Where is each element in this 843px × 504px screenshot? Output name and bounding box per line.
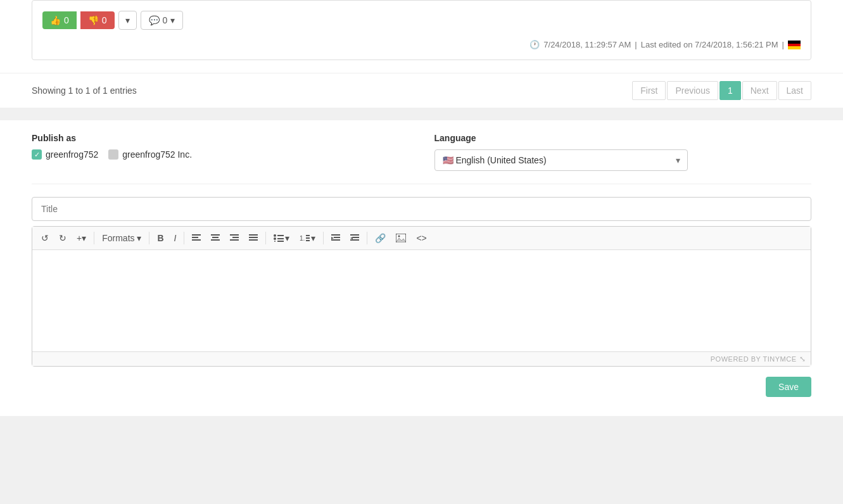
svg-rect-5 xyxy=(192,239,201,241)
svg-rect-12 xyxy=(249,234,258,236)
svg-rect-29 xyxy=(350,234,359,236)
powered-by-text: POWERED BY TINYMCE xyxy=(711,355,797,363)
publish-as-user-option[interactable]: ✓ greenfrog752 xyxy=(32,149,98,160)
code-button[interactable]: <> xyxy=(412,230,430,246)
downvote-count: 0 xyxy=(102,15,107,25)
svg-rect-11 xyxy=(230,239,239,241)
svg-rect-0 xyxy=(788,41,801,44)
svg-rect-20 xyxy=(277,241,284,242)
svg-rect-31 xyxy=(350,239,359,241)
svg-rect-3 xyxy=(192,234,201,236)
previous-page-button[interactable]: Previous xyxy=(667,81,718,100)
company-name: greenfrog752 Inc. xyxy=(122,149,192,160)
svg-rect-24 xyxy=(306,240,310,241)
editor-footer: POWERED BY TINYMCE ⤡ xyxy=(32,351,811,366)
svg-rect-18 xyxy=(277,238,284,239)
svg-rect-23 xyxy=(306,237,310,239)
pagination-bar: Showing 1 to 1 of 1 entries First Previo… xyxy=(0,73,843,108)
svg-marker-35 xyxy=(396,238,406,243)
svg-rect-9 xyxy=(230,234,239,236)
resize-handle[interactable]: ⤡ xyxy=(799,355,806,363)
undo-button[interactable]: ↺ xyxy=(37,230,53,246)
svg-point-19 xyxy=(274,241,276,242)
justify-button[interactable] xyxy=(245,232,262,244)
comment-dropdown-icon: ▾ xyxy=(170,15,175,25)
publish-as-company-option[interactable]: greenfrog752 Inc. xyxy=(108,149,192,160)
editor-wrapper: ↺ ↻ +▾ Formats ▾ B I ▾ xyxy=(32,226,811,367)
clock-icon: 🕐 xyxy=(529,40,540,49)
meta-separator2: | xyxy=(782,40,784,49)
upvote-count: 0 xyxy=(64,15,69,25)
pagination-controls: First Previous 1 Next Last xyxy=(632,81,811,100)
svg-rect-13 xyxy=(249,237,258,238)
svg-rect-1 xyxy=(788,44,801,46)
indent-button[interactable] xyxy=(327,232,344,244)
upvote-button[interactable]: 👍 0 xyxy=(42,11,77,29)
last-page-button[interactable]: Last xyxy=(778,81,811,100)
svg-point-34 xyxy=(398,236,400,237)
section-divider-line xyxy=(32,184,811,184)
image-button[interactable] xyxy=(392,231,410,245)
svg-rect-25 xyxy=(331,234,340,236)
language-label: Language xyxy=(434,133,812,143)
meta-separator: | xyxy=(635,40,637,49)
svg-rect-22 xyxy=(306,235,310,236)
last-edited-label: Last edited on 7/24/2018, 1:56:21 PM xyxy=(641,40,778,49)
german-flag-icon xyxy=(788,41,801,49)
comment-icon: 💬 xyxy=(149,15,160,25)
align-right-button[interactable] xyxy=(226,232,243,244)
svg-rect-4 xyxy=(192,237,198,238)
page-1-button[interactable]: 1 xyxy=(719,81,741,100)
vote-dropdown-button[interactable]: ▾ xyxy=(118,11,137,30)
align-left-button[interactable] xyxy=(188,232,205,244)
add-button[interactable]: +▾ xyxy=(73,230,90,246)
toolbar-divider-1 xyxy=(94,232,94,244)
svg-rect-26 xyxy=(334,237,340,238)
language-block: Language 🇺🇸 English (United States) 🇩🇪 D… xyxy=(434,133,812,171)
ordered-list-button[interactable]: 1. ▾ xyxy=(296,230,319,246)
svg-rect-30 xyxy=(353,237,359,238)
showing-entries-text: Showing 1 to 1 of 1 entries xyxy=(32,85,137,96)
save-button[interactable]: Save xyxy=(766,377,811,397)
downvote-button[interactable]: 👎 0 xyxy=(80,11,115,29)
language-select[interactable]: 🇺🇸 English (United States) 🇩🇪 Deutsch (D… xyxy=(434,149,688,171)
toolbar-divider-2 xyxy=(149,232,149,244)
italic-button[interactable]: I xyxy=(170,230,181,246)
unordered-list-button[interactable]: ▾ xyxy=(270,230,293,246)
next-page-button[interactable]: Next xyxy=(742,81,777,100)
toolbar-divider-5 xyxy=(323,232,324,244)
svg-marker-28 xyxy=(331,237,334,239)
user-checkbox: ✓ xyxy=(32,149,42,160)
svg-rect-16 xyxy=(277,235,284,236)
editor-body[interactable] xyxy=(32,250,811,351)
comment-button[interactable]: 💬 0 ▾ xyxy=(141,11,184,30)
formats-button[interactable]: Formats ▾ xyxy=(98,230,145,246)
bold-button[interactable]: B xyxy=(153,230,167,246)
svg-rect-7 xyxy=(212,237,219,238)
svg-rect-6 xyxy=(211,234,220,236)
first-page-button[interactable]: First xyxy=(632,81,666,100)
company-checkbox xyxy=(108,149,118,160)
link-button[interactable]: 🔗 xyxy=(371,230,390,246)
svg-rect-2 xyxy=(788,46,801,49)
comment-count: 0 xyxy=(163,15,168,25)
svg-rect-8 xyxy=(211,239,220,241)
redo-button[interactable]: ↻ xyxy=(55,230,70,246)
svg-marker-32 xyxy=(350,237,353,239)
post-timestamp: 7/24/2018, 11:29:57 AM xyxy=(543,40,631,49)
toolbar-divider-4 xyxy=(265,232,266,244)
thumbs-up-icon: 👍 xyxy=(50,15,61,25)
outdent-button[interactable] xyxy=(346,232,363,244)
toolbar-divider-3 xyxy=(184,232,184,244)
svg-point-15 xyxy=(274,234,276,237)
editor-toolbar: ↺ ↻ +▾ Formats ▾ B I ▾ xyxy=(32,227,811,250)
user-name: greenfrog752 xyxy=(46,149,98,160)
svg-text:1.: 1. xyxy=(300,235,305,242)
align-center-button[interactable] xyxy=(207,232,224,244)
publish-as-block: Publish as ✓ greenfrog752 greenfrog752 I… xyxy=(32,133,409,171)
publish-as-label: Publish as xyxy=(32,133,409,143)
svg-rect-10 xyxy=(232,237,239,238)
thumbs-down-icon: 👎 xyxy=(88,15,99,25)
svg-rect-27 xyxy=(331,239,340,241)
title-input[interactable] xyxy=(32,197,811,221)
